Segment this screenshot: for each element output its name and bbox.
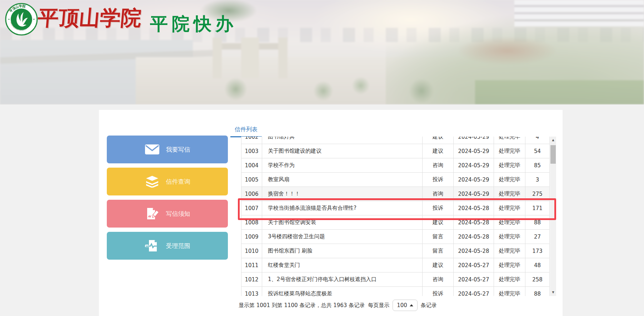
row-views-cell: 48 [525,258,550,272]
scope-document-icon [145,240,160,252]
row-views-cell: 258 [525,272,550,287]
row-date-cell: 2024-05-29 [454,158,494,173]
university-name-title: 平顶山学院 [37,4,143,32]
row-type-cell: 留言 [423,230,454,244]
row-date-cell: 2024-05-27 [454,258,494,272]
write-letter-label: 我要写信 [166,146,190,154]
per-page-suffix: 条记录 [421,302,437,309]
header-banner: 平顶山学院 PINGDINGSHAN UNIVERSITY 平顶山学院 平院快办 [0,0,644,105]
row-title-cell[interactable]: 关于图书馆空调安装 [262,215,423,230]
table-row[interactable]: 1007学校当街捕杀流浪猫是否具有合理性?投诉2024-05-28处理完毕171 [241,201,550,215]
row-title-cell[interactable]: 教室风扇 [262,173,423,187]
table-row[interactable]: 1006换宿舍！！！咨询2024-05-29处理完毕275 [241,187,550,201]
table-row[interactable]: 1011红楼食堂关门建议2024-05-27处理完毕48 [241,258,550,272]
site-name-title: 平院快办 [150,12,237,36]
row-title-cell[interactable]: 学校不作为 [262,158,423,173]
row-date-cell: 2024-05-29 [454,173,494,187]
row-views-cell: 85 [525,158,550,173]
row-status-cell: 处理完毕 [494,158,525,173]
row-views-cell: 3 [525,173,550,187]
scroll-down-icon[interactable]: ▼ [550,290,556,295]
row-date-cell: 2024-05-29 [454,187,494,201]
row-date-cell: 2024-05-28 [454,215,494,230]
row-type-cell: 咨询 [423,158,454,173]
table-row[interactable]: 1013投诉红楼菜鸟驿站态度极差投诉2024-05-27处理完毕88 [241,287,550,296]
table-row[interactable]: 1010图书馆东西门 刷脸留言2024-05-28处理完毕173 [241,244,550,258]
row-id-cell: 1008 [241,215,262,230]
letters-table-body: 1002图书馆灯具建议2024-05-29处理完毕41003关于图书馆建设的建议… [241,137,550,296]
row-date-cell: 2024-05-28 [454,230,494,244]
row-id-cell: 1012 [241,272,262,287]
row-type-cell: 建议 [423,137,454,144]
row-id-cell: 1011 [241,258,262,272]
university-logo-icon: 平顶山学院 PINGDINGSHAN UNIVERSITY [5,3,38,36]
row-title-cell[interactable]: 换宿舍！！！ [262,187,423,201]
row-title-cell[interactable]: 3号楼四楼宿舍卫生问题 [262,230,423,244]
row-title-cell[interactable]: 关于图书馆建设的建议 [262,144,423,158]
row-id-cell: 1003 [241,144,262,158]
letters-table-viewport[interactable]: 1002图书馆灯具建议2024-05-29处理完毕41003关于图书馆建设的建议… [241,137,550,296]
table-row[interactable]: 1002图书馆灯具建议2024-05-29处理完毕4 [241,137,550,144]
page-size-value: 100 [397,302,407,309]
row-status-cell: 处理完毕 [494,215,525,230]
row-title-cell[interactable]: 红楼食堂关门 [262,258,423,272]
table-scrollbar[interactable]: ▲ ▼ [550,137,556,296]
row-status-cell: 处理完毕 [494,230,525,244]
row-date-cell: 2024-05-28 [454,244,494,258]
letter-query-label: 信件查询 [166,178,190,186]
row-id-cell: 1009 [241,230,262,244]
row-status-cell: 处理完毕 [494,272,525,287]
row-id-cell: 1010 [241,244,262,258]
row-status-cell: 处理完毕 [494,244,525,258]
row-status-cell: 处理完毕 [494,137,525,144]
table-row[interactable]: 1004学校不作为咨询2024-05-29处理完毕85 [241,158,550,173]
row-title-cell[interactable]: 图书馆灯具 [262,137,423,144]
row-id-cell: 1004 [241,158,262,173]
row-title-cell[interactable]: 学校当街捕杀流浪猫是否具有合理性? [262,201,423,215]
page: 平顶山学院 PINGDINGSHAN UNIVERSITY 平顶山学院 平院快办… [0,0,644,316]
row-views-cell: 27 [525,230,550,244]
scroll-up-icon[interactable]: ▲ [550,137,556,143]
table-row[interactable]: 10121、2号宿舍楼正对门停电车入口树枝遮挡入口咨询2024-05-27处理完… [241,272,550,287]
table-row[interactable]: 1003关于图书馆建设的建议建议2024-05-29处理完毕54 [241,144,550,158]
writing-notice-label: 写信须知 [166,210,190,218]
row-status-cell: 处理完毕 [494,258,525,272]
record-range-summary: 显示第 1001 到第 1100 条记录，总共 1963 条记录 [239,302,365,309]
write-letter-button[interactable]: 我要写信 [107,136,228,163]
row-views-cell: 275 [525,187,550,201]
table-row[interactable]: 10093号楼四楼宿舍卫生问题留言2024-05-28处理完毕27 [241,230,550,244]
row-type-cell: 建议 [423,215,454,230]
row-date-cell: 2024-05-27 [454,272,494,287]
row-id-cell: 1013 [241,287,262,296]
write-notice-icon [145,208,160,220]
row-status-cell: 处理完毕 [494,201,525,215]
acceptance-scope-label: 受理范围 [166,242,190,250]
acceptance-scope-button[interactable]: 受理范围 [107,232,228,260]
row-type-cell: 留言 [423,244,454,258]
table-row[interactable]: 1008关于图书馆空调安装建议2024-05-28处理完毕88 [241,215,550,230]
table-row[interactable]: 1005教室风扇投诉2024-05-29处理完毕3 [241,173,550,187]
row-title-cell[interactable]: 投诉红楼菜鸟驿站态度极差 [262,287,423,296]
row-views-cell: 173 [525,244,550,258]
tab-letter-list[interactable]: 信件列表 [230,123,262,137]
row-date-cell: 2024-05-29 [454,137,494,144]
scrollbar-thumb[interactable] [550,145,556,164]
pagination-bar: 显示第 1001 到第 1100 条记录，总共 1963 条记录 每页显示 10… [239,299,437,312]
per-page-prefix: 每页显示 [368,302,389,309]
letters-table: 1002图书馆灯具建议2024-05-29处理完毕41003关于图书馆建设的建议… [241,137,550,296]
row-views-cell: 171 [525,201,550,215]
row-title-cell[interactable]: 图书馆东西门 刷脸 [262,244,423,258]
letter-query-button[interactable]: 信件查询 [107,168,228,195]
row-id-cell: 1002 [241,137,262,144]
row-id-cell: 1007 [241,201,262,215]
row-type-cell: 投诉 [423,287,454,296]
row-date-cell: 2024-05-29 [454,144,494,158]
row-type-cell: 建议 [423,258,454,272]
page-size-select[interactable]: 100 [393,300,418,311]
row-status-cell: 处理完毕 [494,144,525,158]
row-type-cell: 咨询 [423,272,454,287]
row-title-cell[interactable]: 1、2号宿舍楼正对门停电车入口树枝遮挡入口 [262,272,423,287]
row-views-cell: 88 [525,287,550,296]
row-status-cell: 处理完毕 [494,173,525,187]
writing-notice-button[interactable]: 写信须知 [107,200,228,228]
